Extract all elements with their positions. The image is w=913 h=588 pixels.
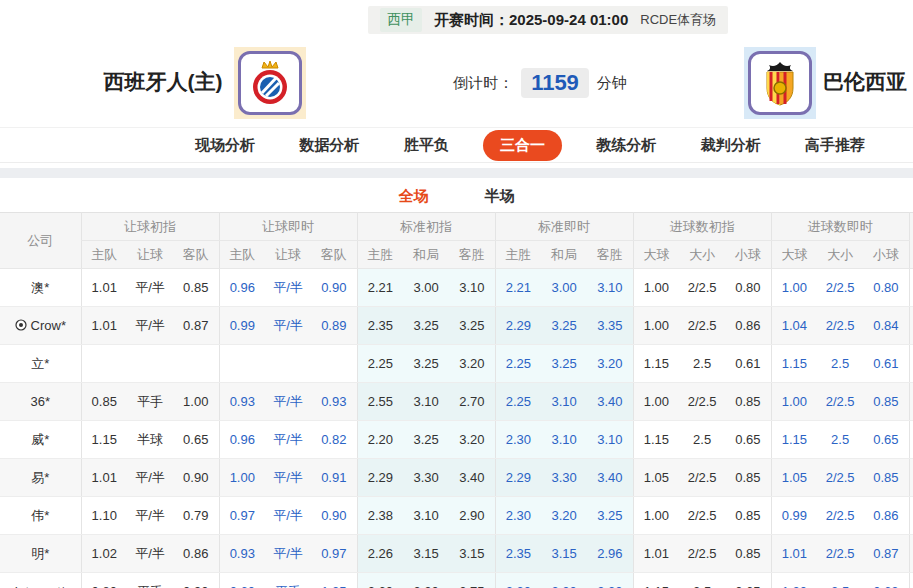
odds-cell[interactable]: 2.29 [495,459,541,497]
company-cell[interactable]: 立* [0,345,81,383]
odds-cell[interactable]: 2.5 [817,345,863,383]
odds-cell[interactable]: 3.10 [587,421,633,459]
odds-cell[interactable]: 3.20 [541,497,587,535]
subtab-1[interactable]: 半场 [479,181,521,212]
odds-cell[interactable]: 0.86 [863,497,909,535]
odds-cell[interactable]: 1.00 [219,459,265,497]
odds-cell[interactable]: 0.91 [311,459,357,497]
column-subheader: 主队 [81,241,127,269]
odds-cell[interactable]: 3.20 [541,573,587,588]
odds-cell[interactable]: 0.93 [311,383,357,421]
company-cell[interactable]: Interwet* [0,573,81,588]
odds-cell[interactable]: 0.80 [863,269,909,307]
nav-tab-4[interactable]: 教练分析 [586,132,666,159]
odds-cell[interactable]: 0.90 [311,497,357,535]
odds-cell[interactable]: 0.99 [219,307,265,345]
odds-cell[interactable]: 0.99 [771,497,817,535]
odds-cell[interactable]: 2.30 [495,421,541,459]
odds-cell[interactable]: 1.01 [771,535,817,573]
odds-cell[interactable]: 1.04 [771,307,817,345]
odds-cell: 2.35 [357,307,403,345]
odds-cell[interactable]: 3.40 [587,383,633,421]
odds-cell[interactable]: 0.93 [219,535,265,573]
odds-cell[interactable]: 2/2.5 [817,307,863,345]
odds-cell[interactable]: 0.85 [863,459,909,497]
odds-cell[interactable]: 3.40 [587,459,633,497]
odds-cell[interactable]: 2.29 [495,307,541,345]
odds-cell[interactable]: 2.5 [817,421,863,459]
odds-cell[interactable]: 2/2.5 [817,535,863,573]
odds-cell[interactable]: 0.82 [311,421,357,459]
odds-cell[interactable]: 2.21 [495,269,541,307]
odds-cell[interactable]: 3.15 [541,535,587,573]
nav-tab-3[interactable]: 三合一 [483,130,562,161]
odds-cell[interactable]: 3.10 [541,421,587,459]
odds-cell[interactable]: 平/半 [265,535,311,573]
odds-cell[interactable]: 平/半 [265,497,311,535]
odds-cell[interactable]: 3.30 [587,573,633,588]
odds-cell[interactable]: 2.5 [817,573,863,588]
odds-cell[interactable]: 0.89 [311,307,357,345]
nav-tab-2[interactable]: 胜平负 [394,132,459,159]
odds-cell[interactable]: 3.25 [587,497,633,535]
company-cell[interactable]: 明* [0,535,81,573]
company-cell[interactable]: 易* [0,459,81,497]
company-cell[interactable]: 伟* [0,497,81,535]
odds-cell[interactable]: 2.35 [495,535,541,573]
odds-cell[interactable]: 2.96 [587,535,633,573]
odds-cell[interactable]: 平/半 [265,459,311,497]
odds-cell[interactable]: 3.10 [541,383,587,421]
odds-cell[interactable]: 2.25 [495,345,541,383]
nav-tab-0[interactable]: 现场分析 [185,132,265,159]
nav-tab-6[interactable]: 高手推荐 [795,132,875,159]
odds-cell[interactable]: 0.60 [219,573,265,588]
odds-cell[interactable]: 0.84 [863,307,909,345]
nav-tab-5[interactable]: 裁判分析 [691,132,771,159]
odds-cell[interactable]: 3.25 [541,345,587,383]
odds-cell[interactable]: 平/半 [265,269,311,307]
subtab-0[interactable]: 全场 [393,181,435,212]
company-cell[interactable]: 36* [0,383,81,421]
company-cell[interactable]: Crow* [0,307,81,345]
nav-tab-1[interactable]: 数据分析 [289,132,369,159]
odds-cell[interactable]: 1.00 [771,383,817,421]
odds-cell[interactable]: 平/半 [265,383,311,421]
company-cell[interactable]: 澳* [0,269,81,307]
odds-cell[interactable]: 1.25 [311,573,357,588]
odds-cell[interactable]: 3.35 [587,307,633,345]
odds-cell[interactable]: 2/2.5 [817,497,863,535]
odds-cell[interactable]: 0.85 [863,383,909,421]
odds-cell[interactable]: 0.96 [219,269,265,307]
odds-cell[interactable]: 2/2.5 [817,269,863,307]
odds-cell[interactable]: 0.61 [863,345,909,383]
odds-cell[interactable]: 1.15 [771,345,817,383]
odds-cell[interactable]: 3.25 [541,307,587,345]
odds-cell[interactable]: 2.30 [495,497,541,535]
odds-cell[interactable]: 2/2.5 [817,383,863,421]
odds-cell[interactable]: 2.30 [495,573,541,588]
odds-cell[interactable]: 平/半 [265,421,311,459]
odds-cell[interactable]: 3.00 [541,269,587,307]
odds-cell[interactable]: 1.05 [771,459,817,497]
odds-cell[interactable]: 0.96 [219,421,265,459]
odds-cell[interactable]: 2/2.5 [817,459,863,497]
odds-cell[interactable]: 0.97 [219,497,265,535]
odds-cell[interactable]: 1.15 [771,421,817,459]
odds-cell[interactable]: 0.65 [863,421,909,459]
odds-cell[interactable]: 2.25 [495,383,541,421]
odds-cell[interactable]: 0.63 [863,573,909,588]
odds-cell[interactable]: 0.97 [311,535,357,573]
company-cell[interactable]: 威* [0,421,81,459]
odds-cell[interactable]: 0.90 [311,269,357,307]
odds-cell[interactable]: 3.30 [541,459,587,497]
odds-cell[interactable]: 平手 [265,573,311,588]
odds-cell[interactable]: 1.00 [771,269,817,307]
odds-cell[interactable]: 0.93 [219,383,265,421]
odds-cell[interactable]: 平/半 [265,307,311,345]
odds-cell[interactable]: 3.10 [587,269,633,307]
odds-cell[interactable]: 3.20 [587,345,633,383]
table-row: Interwet*0.80平手0.900.60平手1.252.603.202.7… [0,573,913,588]
odds-cell[interactable]: 1.20 [771,573,817,588]
odds-cell[interactable]: 0.87 [863,535,909,573]
section-divider [0,168,913,178]
